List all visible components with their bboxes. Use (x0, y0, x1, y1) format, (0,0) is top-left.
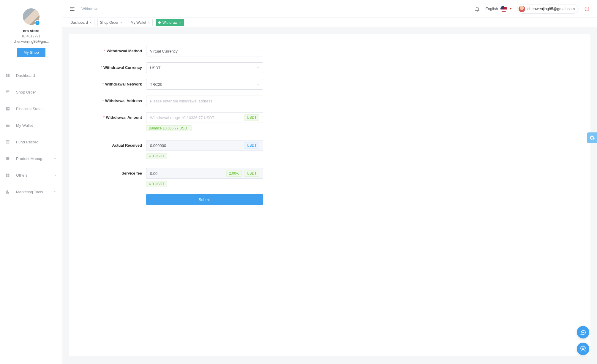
svg-point-3 (582, 347, 584, 349)
received-approx-tag: ≈ 0 USDT (146, 153, 167, 159)
language-label: English (485, 7, 498, 11)
breadcrumb: Withdraw (81, 7, 97, 11)
support-fab[interactable] (577, 343, 589, 355)
row-withdrawal-address: *Withdrawal Address (87, 96, 277, 106)
select-withdrawal-currency[interactable]: USDT (146, 62, 263, 73)
amount-suffix: USDT (244, 114, 259, 121)
input-withdrawal-address-wrap (146, 96, 263, 106)
shop-name: era store (23, 29, 40, 33)
flag-icon (500, 6, 507, 12)
logout-icon[interactable] (584, 6, 590, 12)
row-actual-received: Actual Received 0.000000 USDT ≈ 0 USDT (87, 140, 277, 159)
tab-withdraw[interactable]: Withdraw × (156, 19, 184, 26)
active-dot-icon (158, 21, 161, 24)
profile-block: era store ID 4012791 chenwenjing85@gm...… (14, 0, 49, 57)
chevron-down-icon (256, 83, 260, 86)
tab-dashboard[interactable]: Dashboard × (68, 19, 94, 26)
close-icon[interactable]: × (179, 20, 181, 25)
svg-point-0 (582, 332, 582, 333)
others-icon (5, 173, 10, 178)
nav-label: Dashboard (16, 73, 57, 78)
my-shop-button[interactable]: My Shop (17, 48, 45, 57)
fee-rate: 2.00% (226, 170, 242, 177)
nav-label: Others (16, 173, 53, 178)
chat-icon (580, 329, 586, 335)
close-icon[interactable]: × (90, 20, 92, 25)
chevron-down-icon (53, 173, 57, 177)
row-service-fee: Service fee 0.00 2.00% USDT ≈ 0 USDT (87, 168, 277, 187)
gear-icon (589, 135, 595, 141)
avatar-wrap[interactable] (23, 8, 40, 25)
display-service-fee: 0.00 2.00% USDT (146, 168, 263, 179)
input-withdrawal-address[interactable] (150, 96, 259, 106)
nav-label: My Wallet (16, 123, 57, 128)
tab-label: Withdraw (162, 20, 177, 25)
notifications-icon[interactable] (475, 6, 480, 12)
caret-down-icon (509, 8, 512, 10)
support-icon (580, 346, 586, 352)
input-withdrawal-amount[interactable] (150, 113, 244, 123)
fab-column (577, 326, 589, 355)
svg-point-2 (584, 332, 584, 333)
nav-others[interactable]: Others (0, 167, 62, 183)
tab-label: Dashboard (70, 20, 88, 25)
service-fee-value: 0.00 (150, 171, 157, 176)
nav-product-management[interactable]: Product Manag... (0, 150, 62, 167)
display-actual-received: 0.000000 USDT (146, 140, 263, 151)
language-selector[interactable]: English (485, 6, 512, 12)
nav-financial-statements[interactable]: Financial State... (0, 100, 62, 117)
chevron-down-icon (256, 49, 260, 53)
received-suffix: USDT (244, 142, 259, 149)
balance-tag: Balance 10,336.77 USDT (146, 125, 192, 131)
nav-my-wallet[interactable]: My Wallet (0, 117, 62, 134)
withdraw-panel: *Withdrawal Method Virtual Currency *Wit… (69, 34, 590, 356)
select-withdrawal-network[interactable]: TRC20 (146, 79, 263, 90)
page-tabs: Dashboard × Shop Order × My Wallet × Wit… (62, 18, 597, 27)
tab-my-wallet[interactable]: My Wallet × (128, 19, 153, 26)
nav-dashboard[interactable]: Dashboard (0, 67, 62, 84)
nav-label: Financial State... (16, 107, 57, 111)
nav-fund-record[interactable]: Fund Record (0, 134, 62, 150)
row-withdrawal-amount: *Withdrawal Amount USDT Balance 10,336.7… (87, 112, 277, 131)
finance-icon (5, 106, 10, 111)
actual-received-value: 0.000000 (150, 143, 166, 148)
shop-email: chenwenjing85@gm... (14, 39, 49, 44)
top-header: Withdraw English chenwenjing85@gmail.com (62, 0, 597, 18)
fund-icon (5, 140, 10, 144)
withdraw-form: *Withdrawal Method Virtual Currency *Wit… (87, 46, 277, 205)
balance-hint: Balance 10,336.77 USDT (146, 125, 277, 131)
user-email: chenwenjing85@gmail.com (527, 7, 575, 11)
label-withdrawal-amount: *Withdrawal Amount (87, 112, 146, 120)
wallet-icon (5, 123, 10, 128)
select-value: TRC20 (150, 82, 162, 87)
submit-button[interactable]: Submit (146, 194, 263, 205)
tab-shop-order[interactable]: Shop Order × (97, 19, 125, 26)
settings-drawer-toggle[interactable] (587, 132, 597, 143)
chevron-down-icon (53, 190, 57, 194)
dashboard-icon (5, 73, 10, 78)
select-value: Virtual Currency (150, 49, 178, 53)
input-withdrawal-amount-wrap: USDT (146, 112, 263, 123)
close-icon[interactable]: × (120, 20, 122, 25)
main-area: *Withdrawal Method Virtual Currency *Wit… (62, 27, 597, 364)
select-withdrawal-method[interactable]: Virtual Currency (146, 46, 263, 56)
nav-marketing-tools[interactable]: Marketing Tools (0, 183, 62, 200)
sidebar-toggle-icon[interactable] (70, 7, 75, 11)
sidebar-nav: Dashboard Shop Order Financial State... … (0, 67, 62, 200)
nav-shop-order[interactable]: Shop Order (0, 84, 62, 100)
tab-label: My Wallet (131, 20, 146, 25)
sidebar: era store ID 4012791 chenwenjing85@gm...… (0, 0, 62, 364)
chat-fab[interactable] (577, 326, 589, 338)
label-actual-received: Actual Received (87, 140, 146, 148)
header-right: English chenwenjing85@gmail.com (475, 4, 590, 14)
user-menu[interactable]: chenwenjing85@gmail.com (517, 4, 579, 14)
nav-label: Fund Record (16, 140, 57, 144)
user-avatar-icon (519, 6, 525, 12)
nav-label: Shop Order (16, 90, 57, 94)
svg-point-1 (583, 332, 583, 333)
order-icon (5, 90, 10, 94)
received-approx: ≈ 0 USDT (146, 153, 277, 159)
close-icon[interactable]: × (148, 20, 150, 25)
label-withdrawal-address: *Withdrawal Address (87, 96, 146, 103)
label-withdrawal-network: *Withdrawal Network (87, 79, 146, 86)
